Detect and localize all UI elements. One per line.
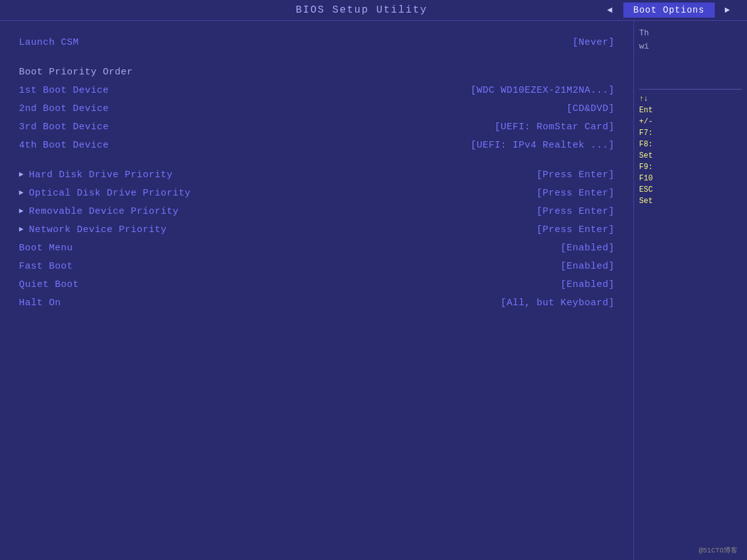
fast-boot-value: [Enabled] bbox=[560, 258, 615, 275]
tab-prev[interactable]: ◄ bbox=[597, 3, 623, 18]
boot-device-1-label: 1st Boot Device bbox=[19, 82, 109, 99]
tab-boot-options[interactable]: Boot Options bbox=[623, 3, 715, 18]
key-row-f10: F10 bbox=[639, 174, 742, 183]
network-priority-row[interactable]: ► Network Device Priority [Press Enter] bbox=[19, 221, 615, 239]
top-bar: BIOS Setup Utility ◄ Boot Options ► bbox=[0, 0, 747, 21]
quiet-boot-label: Quiet Boot bbox=[19, 276, 79, 293]
key-row-set1: Set bbox=[639, 151, 742, 160]
removable-priority-label: ► Removable Device Priority bbox=[19, 203, 179, 220]
boot-device-1[interactable]: 1st Boot Device [WDC WD10EZEX-21M2NA...] bbox=[19, 81, 615, 100]
bios-screen: BIOS Setup Utility ◄ Boot Options ► Laun… bbox=[0, 0, 747, 560]
boot-device-2-label: 2nd Boot Device bbox=[19, 100, 109, 117]
launch-csm-value: [Never] bbox=[572, 34, 615, 51]
key-set2: Set bbox=[639, 197, 658, 206]
key-set1: Set bbox=[639, 151, 658, 160]
tab-next[interactable]: ► bbox=[715, 3, 741, 18]
odd-priority-row[interactable]: ► Optical Disk Drive Priority [Press Ent… bbox=[19, 184, 615, 202]
halt-on-label: Halt On bbox=[19, 295, 61, 312]
hdd-priority-label: ► Hard Disk Drive Priority bbox=[19, 166, 173, 184]
key-esc: ESC bbox=[639, 185, 658, 194]
odd-priority-value: [Press Enter] bbox=[536, 185, 615, 202]
priority-items-list: ► Hard Disk Drive Priority [Press Enter]… bbox=[19, 166, 615, 239]
fast-boot-label: Fast Boot bbox=[19, 258, 73, 275]
key-f8: F8: bbox=[639, 140, 658, 149]
key-f7: F7: bbox=[639, 129, 658, 137]
center-panel: Launch CSM [Never] Boot Priority Order 1… bbox=[0, 21, 633, 560]
quiet-boot-value: [Enabled] bbox=[560, 276, 615, 293]
key-f9: F9: bbox=[639, 163, 658, 172]
removable-priority-arrow: ► bbox=[19, 205, 24, 219]
key-arrows: ↑↓ bbox=[639, 95, 658, 103]
boot-priority-order-row: Boot Priority Order bbox=[19, 63, 615, 81]
key-row-set2: Set bbox=[639, 197, 742, 206]
watermark: @51CTO博客 bbox=[698, 545, 738, 555]
boot-device-4-value: [UEFI: IPv4 Realtek ...] bbox=[471, 137, 615, 154]
quiet-boot-row[interactable]: Quiet Boot [Enabled] bbox=[19, 276, 615, 294]
key-f10: F10 bbox=[639, 174, 658, 183]
boot-device-3-label: 3rd Boot Device bbox=[19, 119, 109, 136]
boot-priority-order-label: Boot Priority Order bbox=[19, 64, 133, 81]
boot-menu-value: [Enabled] bbox=[560, 240, 615, 257]
key-row-enter: Ent bbox=[639, 106, 742, 115]
boot-device-1-value: [WDC WD10EZEX-21M2NA...] bbox=[471, 82, 615, 99]
launch-csm-label: Launch CSM bbox=[19, 34, 79, 51]
network-priority-value: [Press Enter] bbox=[536, 221, 615, 238]
boot-device-4[interactable]: 4th Boot Device [UEFI: IPv4 Realtek ...] bbox=[19, 136, 615, 155]
key-row-f8: F8: bbox=[639, 140, 742, 149]
removable-priority-value: [Press Enter] bbox=[536, 203, 615, 220]
boot-device-2[interactable]: 2nd Boot Device [CD&DVD] bbox=[19, 100, 615, 118]
key-row-f9: F9: bbox=[639, 163, 742, 172]
sidebar-divider bbox=[639, 89, 742, 90]
launch-csm-row[interactable]: Launch CSM [Never] bbox=[19, 33, 615, 52]
sidebar-description: Thwi bbox=[639, 27, 742, 78]
odd-priority-arrow: ► bbox=[19, 187, 24, 201]
key-row-plusminus: +/- bbox=[639, 117, 742, 126]
sidebar-keys: ↑↓ Ent +/- F7: F8: Set F9: bbox=[639, 95, 742, 206]
hdd-priority-value: [Press Enter] bbox=[536, 166, 615, 184]
hdd-priority-arrow: ► bbox=[19, 168, 24, 182]
odd-priority-label: ► Optical Disk Drive Priority bbox=[19, 185, 191, 202]
top-tabs: ◄ Boot Options ► bbox=[597, 3, 741, 18]
network-priority-label: ► Network Device Priority bbox=[19, 221, 167, 238]
key-plusminus: +/- bbox=[639, 117, 658, 126]
hdd-priority-row[interactable]: ► Hard Disk Drive Priority [Press Enter] bbox=[19, 166, 615, 184]
boot-device-3[interactable]: 3rd Boot Device [UEFI: RomStar Card] bbox=[19, 118, 615, 136]
main-content: Launch CSM [Never] Boot Priority Order 1… bbox=[0, 21, 747, 560]
boot-devices-list: 1st Boot Device [WDC WD10EZEX-21M2NA...]… bbox=[19, 81, 615, 155]
boot-device-4-label: 4th Boot Device bbox=[19, 137, 109, 154]
key-enter: Ent bbox=[639, 106, 658, 115]
boot-menu-row[interactable]: Boot Menu [Enabled] bbox=[19, 239, 615, 257]
key-row-arrows: ↑↓ bbox=[639, 95, 742, 103]
boot-device-2-value: [CD&DVD] bbox=[567, 100, 615, 117]
boot-device-3-value: [UEFI: RomStar Card] bbox=[495, 119, 615, 136]
bios-title: BIOS Setup Utility bbox=[0, 4, 597, 16]
removable-priority-row[interactable]: ► Removable Device Priority [Press Enter… bbox=[19, 202, 615, 221]
halt-on-value: [All, but Keyboard] bbox=[500, 295, 615, 312]
other-items-list: Boot Menu [Enabled] Fast Boot [Enabled] … bbox=[19, 239, 615, 312]
boot-menu-label: Boot Menu bbox=[19, 240, 73, 257]
fast-boot-row[interactable]: Fast Boot [Enabled] bbox=[19, 257, 615, 276]
key-row-esc: ESC bbox=[639, 185, 742, 194]
halt-on-row[interactable]: Halt On [All, but Keyboard] bbox=[19, 294, 615, 312]
right-sidebar: Thwi ↑↓ Ent +/- F7: F8: bbox=[633, 21, 747, 560]
network-priority-arrow: ► bbox=[19, 223, 24, 237]
key-row-f7: F7: bbox=[639, 129, 742, 137]
